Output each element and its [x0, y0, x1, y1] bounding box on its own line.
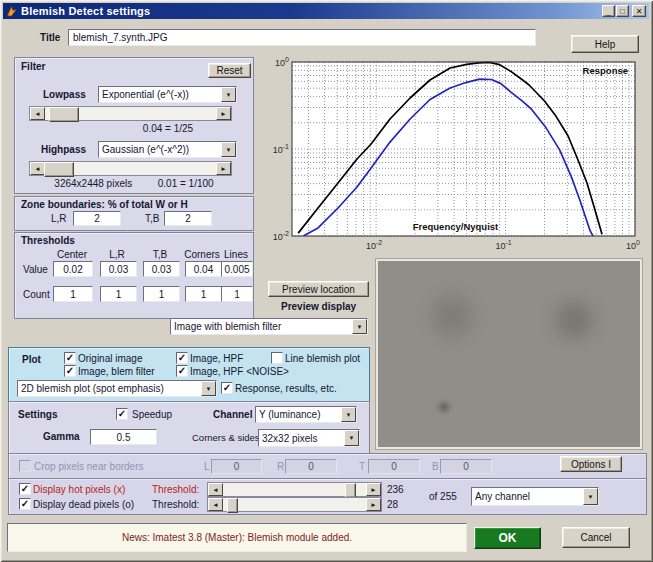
slider-left-arrow-icon[interactable]: ◄: [30, 162, 45, 175]
crop-pixels-checkbox[interactable]: [19, 460, 31, 472]
original-image-checkbox[interactable]: ✓: [64, 352, 76, 364]
corners-sides-select[interactable]: 32x32 pixels ▼: [258, 429, 360, 447]
maximize-icon: □: [620, 7, 625, 16]
highpass-slider[interactable]: ◄►: [29, 161, 232, 176]
lowpass-label: Lowpass: [43, 89, 86, 100]
crop-r-input[interactable]: 0: [285, 459, 337, 474]
threshold-count-lr[interactable]: 1: [100, 286, 137, 302]
zone-lr-input[interactable]: 2: [73, 211, 121, 226]
filter-section-label: Filter: [21, 61, 45, 72]
preview-location-button[interactable]: Preview location: [268, 281, 369, 297]
threshold-value-center[interactable]: 0.02: [53, 261, 93, 277]
slider-thumb[interactable]: [44, 162, 74, 177]
original-image-label: Original image: [78, 353, 142, 364]
threshold-count-corners[interactable]: 1: [185, 286, 222, 302]
cancel-button[interactable]: Cancel: [562, 527, 630, 548]
slider-thumb[interactable]: [227, 498, 238, 513]
crop-t-input[interactable]: 0: [368, 459, 420, 474]
plot-panel: Plot ✓ Original image ✓ Image, HPF Line …: [8, 347, 370, 402]
lowpass-filter-select[interactable]: Exponential (e^(-x)) ▼: [98, 86, 237, 103]
lowpass-slider[interactable]: ◄►: [29, 106, 232, 121]
col-header-tb: T,B: [140, 249, 180, 260]
threshold-value-lr[interactable]: 0.03: [100, 261, 137, 277]
options-button[interactable]: Options I: [560, 456, 622, 472]
slider-right-arrow-icon[interactable]: ►: [216, 162, 231, 175]
plot-type-select[interactable]: 2D blemish plot (spot emphasis) ▼: [17, 380, 217, 397]
preview-display-label: Preview display: [281, 301, 356, 312]
response-results-checkbox[interactable]: ✓: [221, 382, 233, 394]
highpass-filter-value: Gaussian (e^(-x^2)): [99, 144, 221, 155]
preview-display-select[interactable]: Image with blemish filter ▼: [170, 318, 368, 335]
slider-left-arrow-icon[interactable]: ◄: [208, 483, 223, 496]
blemish-spot: [439, 402, 449, 412]
slider-right-arrow-icon[interactable]: ►: [216, 107, 231, 120]
settings-panel: Settings ✓ Speedup Channel Y (luminance)…: [8, 401, 370, 455]
minimize-button[interactable]: _: [602, 5, 615, 17]
highpass-label: Highpass: [41, 144, 86, 155]
crop-l-input[interactable]: 0: [211, 459, 262, 474]
col-header-lr: L,R: [97, 249, 137, 260]
highpass-readout: 0.01 = 1/100: [158, 178, 214, 189]
slider-thumb[interactable]: [345, 483, 356, 498]
image-hpf-noise-label: Image, HPF <NOISE>: [190, 366, 289, 377]
lowpass-filter-value: Exponential (e^(-x)): [99, 89, 221, 100]
lowpass-readout: 0.04 = 1/25: [49, 123, 287, 134]
blemish-spot: [555, 301, 593, 339]
slider-thumb[interactable]: [49, 107, 79, 122]
zone-tb-input[interactable]: 2: [164, 211, 212, 226]
dropdown-arrow-icon[interactable]: ▼: [352, 319, 367, 334]
image-blem-filter-checkbox[interactable]: ✓: [64, 365, 76, 377]
corners-sides-label: Corners & sides: [192, 432, 260, 443]
threshold-count-tb[interactable]: 1: [143, 286, 180, 302]
of-255-label: of 255: [429, 491, 457, 502]
title-bar[interactable]: Blemish Detect settings: [3, 3, 649, 19]
display-dead-pixels-checkbox[interactable]: ✓: [19, 498, 31, 510]
news-box: News: Imatest 3.8 (Master): Blemish modu…: [7, 523, 467, 552]
minimize-icon: _: [606, 7, 610, 16]
display-hot-pixels-checkbox[interactable]: ✓: [19, 483, 31, 495]
pixel-display-panel: ✓ Display hot pixels (x) Threshold: ◄► 2…: [8, 478, 647, 515]
dropdown-arrow-icon[interactable]: ▼: [221, 142, 236, 157]
news-text: News: Imatest 3.8 (Master): Blemish modu…: [122, 532, 352, 543]
dropdown-arrow-icon[interactable]: ▼: [221, 87, 236, 102]
close-button[interactable]: ✕: [632, 5, 646, 17]
zone-boundaries-panel: Zone boundaries: % of total W or H L,R 2…: [14, 196, 254, 231]
image-pixels-text: 3264x2448 pixels: [54, 178, 132, 189]
slider-left-arrow-icon[interactable]: ◄: [208, 498, 223, 511]
image-hpf-checkbox[interactable]: ✓: [176, 352, 188, 364]
slider-right-arrow-icon[interactable]: ►: [366, 483, 381, 496]
gamma-input[interactable]: 0.5: [90, 429, 157, 445]
dead-threshold-slider[interactable]: ◄►: [207, 497, 382, 512]
dropdown-arrow-icon[interactable]: ▼: [341, 407, 356, 422]
slider-right-arrow-icon[interactable]: ►: [366, 498, 381, 511]
title-input[interactable]: blemish_7.synth.JPG: [68, 29, 536, 46]
threshold-value-corners[interactable]: 0.04: [185, 261, 222, 277]
zone-lr-label: L,R: [51, 213, 67, 224]
crop-b-input[interactable]: 0: [440, 459, 492, 474]
hot-threshold-slider[interactable]: ◄►: [207, 482, 382, 497]
slider-left-arrow-icon[interactable]: ◄: [30, 107, 45, 120]
threshold-count-center[interactable]: 1: [53, 286, 93, 302]
highpass-filter-select[interactable]: Gaussian (e^(-x^2)) ▼: [98, 141, 237, 158]
reset-button[interactable]: Reset: [208, 63, 251, 78]
line-blemish-plot-checkbox[interactable]: [271, 352, 283, 364]
dropdown-arrow-icon[interactable]: ▼: [344, 430, 359, 446]
threshold-count-lines[interactable]: 1: [221, 286, 253, 302]
image-hpf-noise-checkbox[interactable]: ✓: [176, 365, 188, 377]
plot-section-label: Plot: [22, 354, 41, 365]
any-channel-select[interactable]: Any channel ▼: [471, 487, 599, 506]
speedup-label: Speedup: [132, 409, 172, 420]
threshold-value-tb[interactable]: 0.03: [143, 261, 180, 277]
threshold-value-lines[interactable]: 0.005: [221, 261, 253, 277]
speedup-checkbox[interactable]: ✓: [116, 408, 128, 420]
crop-panel: Crop pixels near borders L 0 R 0 T 0 B 0…: [8, 453, 647, 480]
maximize-button[interactable]: □: [616, 5, 629, 17]
title-field-label: Title: [40, 32, 60, 43]
channel-select[interactable]: Y (luminance) ▼: [255, 406, 357, 423]
count-row-label: Count: [23, 289, 50, 300]
ok-button[interactable]: OK: [474, 527, 541, 549]
dropdown-arrow-icon[interactable]: ▼: [583, 488, 598, 505]
imatest-app-icon: [6, 6, 17, 17]
dropdown-arrow-icon[interactable]: ▼: [201, 381, 216, 396]
crop-t-label: T: [359, 461, 365, 472]
